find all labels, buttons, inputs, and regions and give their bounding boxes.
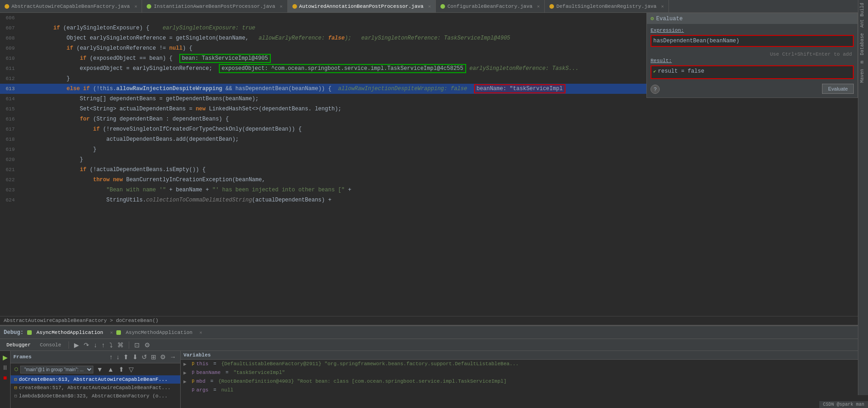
tab-configurable[interactable]: ConfigurableBeanFactory.java ✕	[436, 0, 545, 12]
evaluate-body: Expression: Use Ctrl+Shift+Enter to add …	[647, 24, 857, 98]
thread-filter-btn[interactable]: ▽	[127, 365, 135, 374]
expand-icon-args: ▶	[183, 387, 190, 393]
var-val-mbd: {RootBeanDefinition@4903} "Root bean: cl…	[218, 379, 507, 384]
run-to-cursor-button[interactable]: ⤵	[108, 340, 114, 350]
line-num-611: 611	[0, 66, 18, 71]
expand-icon-beanname[interactable]: ▶	[183, 370, 190, 376]
var-name-mbd: mbd	[196, 379, 206, 384]
code-line-622: 622 throw new BeanCurrentlyInCreationExc…	[0, 175, 868, 185]
tab-default-singleton[interactable]: DefaultSingletonBeanRegistry.java ✕	[545, 0, 669, 12]
code-line-620: 620 }	[0, 155, 868, 165]
right-sidebar: Ant Build Database m Maven	[858, 0, 868, 395]
tab-icon-instantiation	[147, 4, 151, 9]
tab-autowired[interactable]: AutowiredAnnotationBeanPostProcessor.jav…	[288, 0, 436, 12]
app-icon-1	[27, 330, 32, 335]
frames-more-btn[interactable]: →	[168, 352, 177, 362]
frame-item-0[interactable]: ⊟ doCreateBean:613, AbstractAutowireCapa…	[11, 375, 180, 384]
debug-panel: Debug: AsyncMethodApplication ✕ AsyncMet…	[0, 325, 868, 408]
step-out-button[interactable]: ↑	[100, 340, 106, 350]
play-button[interactable]: ▶	[1, 353, 9, 362]
tab-close-abstract[interactable]: ✕	[134, 4, 137, 9]
tab-icon-configurable	[440, 4, 445, 9]
evaluate-hint: Use Ctrl+Shift+Enter to add	[651, 51, 854, 58]
frame-label-0: doCreateBean:613, AbstractAutowireCapabl…	[19, 377, 167, 382]
frames-btn[interactable]: ⊡	[133, 340, 141, 350]
var-eq-this: =	[210, 361, 219, 367]
evaluate-input-field[interactable]	[653, 38, 851, 44]
variables-header: Variables	[181, 351, 868, 360]
ant-build-label[interactable]: Ant Build	[858, 0, 868, 30]
help-button[interactable]: ?	[651, 85, 660, 94]
pause-button[interactable]: ⏸	[1, 363, 9, 372]
line-content-617: if (!removeSingletonIfCreatedForTypeChec…	[18, 126, 868, 132]
thread-down-btn[interactable]: ▼	[95, 365, 104, 374]
tab-abstract-autowire[interactable]: AbstractAutowireCapableBeanFactory.java …	[0, 0, 142, 12]
frames-sort-btn[interactable]: ↑	[108, 352, 114, 362]
frame-item-1[interactable]: ⊟ createBean:517, AbstractAutowireCapabl…	[11, 384, 180, 392]
debug-tab-1[interactable]: AsyncMethodApplication	[33, 329, 107, 336]
toolbar-separator	[69, 341, 69, 349]
console-tab[interactable]: Console	[36, 341, 65, 349]
tab-icon-abstract	[5, 4, 9, 9]
frames-up-btn[interactable]: ⬆	[122, 352, 130, 362]
line-num-612: 612	[0, 76, 18, 81]
maven-m-label[interactable]: m	[858, 58, 868, 66]
frame-item-2[interactable]: ⊟ lambda$doGetBean$0:323, AbstractBeanFa…	[11, 392, 180, 400]
settings-btn[interactable]: ⚙	[143, 340, 152, 350]
code-line-623: 623 "Bean with name '" + beanName + "' h…	[0, 185, 868, 195]
evaluate-result-box: ✔ result = false	[651, 65, 854, 79]
frames-down-btn[interactable]: ⬇	[131, 352, 139, 362]
status-bar: CSDN @spark man	[819, 401, 868, 408]
var-name-args: args	[196, 387, 208, 393]
step-into-button[interactable]: ↓	[92, 340, 98, 350]
evaluate-submit-button[interactable]: Evaluate	[822, 84, 854, 94]
expand-icon-this[interactable]: ▶	[183, 361, 190, 367]
tab-instantiation[interactable]: InstantiationAwareBeanPostProcessor.java…	[142, 0, 287, 12]
evaluate-icon: ⚙	[651, 15, 654, 22]
maven-label[interactable]: Maven	[858, 66, 868, 86]
tab-close-singleton[interactable]: ✕	[661, 4, 664, 9]
line-num-623: 623	[0, 187, 18, 193]
evaluate-title: ⚙ Evaluate	[647, 13, 857, 24]
line-num-614: 614	[0, 96, 18, 102]
tab-icon-autowired	[292, 4, 297, 9]
evaluate-result-item: ✔ result = false	[653, 68, 851, 75]
var-item-this: ▶ p this = {DefaultListableBeanFactory@2…	[181, 360, 868, 368]
var-eq-mbd: =	[207, 379, 217, 384]
debug-tab-2-close[interactable]: ✕	[200, 330, 202, 335]
debug-tab-2[interactable]: AsyncMethodApplication	[122, 329, 196, 336]
code-line-621: 621 if (!actualDependentBeans.isEmpty())…	[0, 165, 868, 175]
tab-close-configurable[interactable]: ✕	[537, 4, 540, 9]
frames-filter-btn[interactable]: ↓	[115, 352, 121, 362]
frames-copy-btn[interactable]: ⊞	[149, 352, 158, 362]
debug-header: Debug: AsyncMethodApplication ✕ AsyncMet…	[0, 326, 868, 339]
var-eq-args: =	[210, 387, 219, 393]
resume-button[interactable]: ▶	[73, 340, 80, 350]
frames-settings-btn[interactable]: ⚙	[159, 352, 167, 362]
thread-export-btn[interactable]: ⬆	[117, 365, 126, 374]
tab-label-autowired: AutowiredAnnotationBeanPostProcessor.jav…	[299, 4, 424, 9]
debug-tab-1-close[interactable]: ✕	[110, 330, 113, 335]
debug-app-icon: AsyncMethodApplication ✕	[27, 329, 113, 336]
step-over-button[interactable]: ↷	[82, 340, 91, 350]
thread-select[interactable]: "main"@1 in group "main": ...	[20, 366, 93, 374]
code-line-615: 615 Set<String> actualDependentBeans = n…	[0, 104, 868, 114]
thread-up-btn[interactable]: ▲	[106, 365, 115, 374]
database-label[interactable]: Database	[858, 30, 868, 58]
breadcrumb-bar: AbstractAutowireCapableBeanFactory > doC…	[0, 316, 868, 325]
var-p-icon-beanname: p	[192, 370, 194, 375]
line-num-618: 618	[0, 137, 18, 142]
code-editor: 606 607 if (earlySingletonExposure) { ea…	[0, 13, 868, 316]
evaluate-expr-button[interactable]: ⌘	[116, 340, 125, 350]
tab-close-instantiation[interactable]: ✕	[280, 4, 283, 9]
evaluate-input-wrapper[interactable]	[651, 35, 854, 47]
line-num-621: 621	[0, 167, 18, 172]
var-item-mbd: ▶ p mbd = {RootBeanDefinition@4903} "Roo…	[181, 377, 868, 386]
code-line-624: 624 StringUtils.collectionToCommaDelimit…	[0, 195, 868, 205]
stop-button[interactable]: ■	[1, 373, 9, 382]
expand-icon-mbd[interactable]: ▶	[183, 379, 190, 385]
tab-close-autowired[interactable]: ✕	[428, 4, 431, 9]
frames-reset-btn[interactable]: ↺	[140, 352, 148, 362]
frame-icon-2: ⊟	[14, 393, 17, 399]
debugger-tab[interactable]: Debugger	[3, 341, 34, 349]
